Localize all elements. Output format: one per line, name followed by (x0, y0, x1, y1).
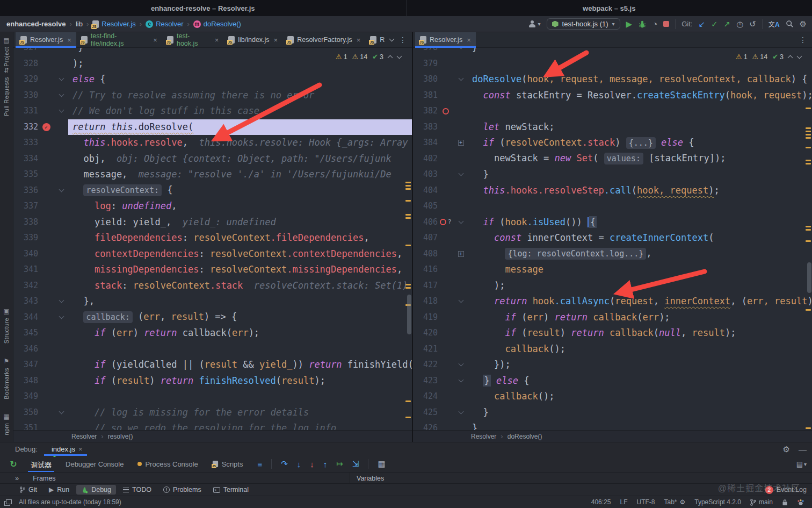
line-number[interactable]: 341 (13, 262, 38, 278)
git-push-button[interactable]: ↗ (724, 19, 731, 29)
line-number[interactable]: 349 (13, 389, 38, 405)
line-number[interactable]: 351 (13, 420, 38, 430)
line-number[interactable]: 337 (13, 198, 38, 214)
breadcrumb-item-resolver[interactable]: cResolver (146, 20, 183, 28)
line-number[interactable]: 329 (13, 71, 38, 88)
stacked-files-icon[interactable] (4, 499, 11, 505)
fold-expanded-icon[interactable] (458, 218, 463, 224)
tool-window-button-run[interactable]: ▶Run (44, 485, 74, 495)
fold-slot[interactable] (54, 95, 68, 96)
fold-expanded-icon[interactable] (59, 313, 64, 319)
code-editor-left[interactable]: 327 }328);329else {330// Try to resolve … (13, 48, 412, 430)
line-number[interactable]: 336 (13, 183, 38, 199)
search-everywhere-button[interactable] (786, 20, 794, 28)
debug-settings-icon[interactable]: ⚙ (783, 445, 790, 454)
gutter-slot[interactable]: ? (438, 214, 454, 231)
stripe-item-project[interactable]: ▤Project (3, 37, 10, 67)
line-number[interactable]: 380 (413, 71, 438, 88)
line-number[interactable]: 335 (13, 167, 38, 183)
line-number[interactable]: 423 (413, 373, 438, 389)
chevron-down-icon[interactable] (389, 37, 395, 42)
breakpoint-icon[interactable] (440, 219, 446, 225)
user-menu[interactable]: ▾ (528, 20, 541, 27)
settings-button[interactable]: ⚙ (800, 19, 807, 29)
editor-tab-resolverfactory-js[interactable]: ResolverFactory.js× (282, 32, 365, 47)
stop-button[interactable] (663, 21, 669, 27)
git-update-button[interactable]: ↙ (698, 19, 705, 29)
line-number[interactable]: 383 (413, 119, 438, 135)
scrollbar-thumb[interactable] (407, 295, 411, 334)
editor-tab-test-hook-js[interactable]: test-hook.js× (162, 32, 223, 47)
fold-slot[interactable]: + (454, 251, 468, 257)
debug-session-tab[interactable]: index.js × (44, 442, 87, 456)
line-number[interactable]: 332 (13, 119, 38, 135)
line-number[interactable]: 350 (13, 405, 38, 421)
prev-problem-icon[interactable] (788, 55, 793, 60)
debug-button[interactable] (638, 20, 647, 28)
fold-expanded-icon[interactable] (458, 361, 463, 367)
line-number[interactable]: 345 (13, 325, 38, 341)
fold-slot[interactable] (454, 380, 468, 382)
file-encoding[interactable]: UTF-8 (636, 498, 655, 506)
line-number[interactable]: 378 (413, 48, 438, 56)
editor-breadcrumb-left[interactable]: Resolver›resolve() (13, 430, 412, 442)
tool-window-button-todo[interactable]: TODO (118, 485, 156, 495)
rollback-button[interactable]: ↺ (749, 19, 756, 29)
breadcrumb-item-resolverjs[interactable]: Resolver.js (92, 20, 136, 28)
fold-collapsed-icon[interactable]: + (458, 251, 464, 257)
fold-slot[interactable] (54, 110, 68, 112)
inspections-widget[interactable]: ⚠1 ⚠14 ✔3 (334, 52, 403, 62)
debug-tab-scripts[interactable]: Scripts (205, 456, 250, 472)
tab-options-icon[interactable]: ⋮ (399, 35, 407, 44)
minimize-icon[interactable]: — (799, 445, 807, 454)
close-icon[interactable]: × (153, 36, 157, 44)
evaluate-expression-icon[interactable]: ⇲ (352, 459, 359, 469)
fold-slot[interactable] (454, 221, 468, 223)
line-number[interactable]: 405 (413, 198, 438, 214)
fold-slot[interactable] (454, 300, 468, 302)
run-to-cursor-icon[interactable]: ↦ (336, 459, 343, 469)
profiler-button[interactable]: ◔ (653, 19, 657, 28)
line-separator[interactable]: LF (620, 498, 627, 506)
close-icon[interactable]: × (467, 36, 471, 44)
line-number[interactable]: 381 (413, 88, 438, 104)
translate-icon[interactable]: 文A (769, 19, 780, 28)
stripe-item-npm[interactable]: ▦npm (3, 413, 10, 435)
breadcrumb-item-enhancedresolve[interactable]: enhanced-resolve (6, 20, 66, 28)
close-icon[interactable]: × (78, 445, 83, 453)
rerun-button[interactable]: ↻ (3, 459, 24, 469)
line-number[interactable]: 422 (413, 357, 438, 373)
debug-tab-process-console[interactable]: Process Console (130, 456, 205, 472)
breadcrumb-item-doresolve[interactable]: mdoResolve() (193, 20, 241, 28)
event-log-button[interactable]: Event Log (777, 486, 807, 493)
paw-icon[interactable] (797, 499, 804, 506)
indent-gear-icon[interactable]: ⚙ (680, 498, 686, 506)
variables-panel-header[interactable]: Variables (350, 475, 384, 482)
fold-expanded-icon[interactable] (458, 298, 463, 303)
tool-window-button-git[interactable]: Git (15, 485, 42, 495)
debug-tab-debugger-console[interactable]: Debugger Console (59, 456, 130, 472)
line-number[interactable]: 382 (413, 103, 438, 119)
breakpoint-icon[interactable] (443, 108, 449, 115)
tab-options-icon[interactable]: ⋮ (799, 35, 807, 44)
line-number[interactable]: 424 (413, 389, 438, 405)
fold-slot[interactable] (54, 190, 68, 191)
code-editor-right[interactable]: 378}379380doResolve(hook, request, messa… (413, 48, 812, 430)
editor-tab-resolver-js[interactable]: Resolver.js× (415, 32, 476, 47)
editor-tab-resolver-js[interactable]: Resolver.js× (16, 32, 76, 47)
caret-position[interactable]: 406:25 (591, 498, 611, 506)
line-number[interactable]: 327 (13, 48, 38, 56)
line-number[interactable]: 426 (413, 420, 438, 430)
editor-tab-r[interactable]: R (365, 32, 390, 47)
line-number[interactable]: 403 (413, 167, 438, 183)
calculator-icon[interactable]: ▦ (378, 459, 385, 469)
line-number[interactable]: 407 (413, 230, 438, 246)
next-problem-icon[interactable] (397, 53, 402, 59)
lock-icon[interactable] (782, 499, 788, 506)
hamburger-icon[interactable]: ≡ (257, 460, 262, 469)
line-number[interactable]: 343 (13, 294, 38, 310)
fold-expanded-icon[interactable] (458, 409, 463, 414)
close-icon[interactable]: × (67, 36, 71, 44)
fold-slot[interactable] (454, 48, 468, 48)
fold-expanded-icon[interactable] (458, 377, 463, 382)
